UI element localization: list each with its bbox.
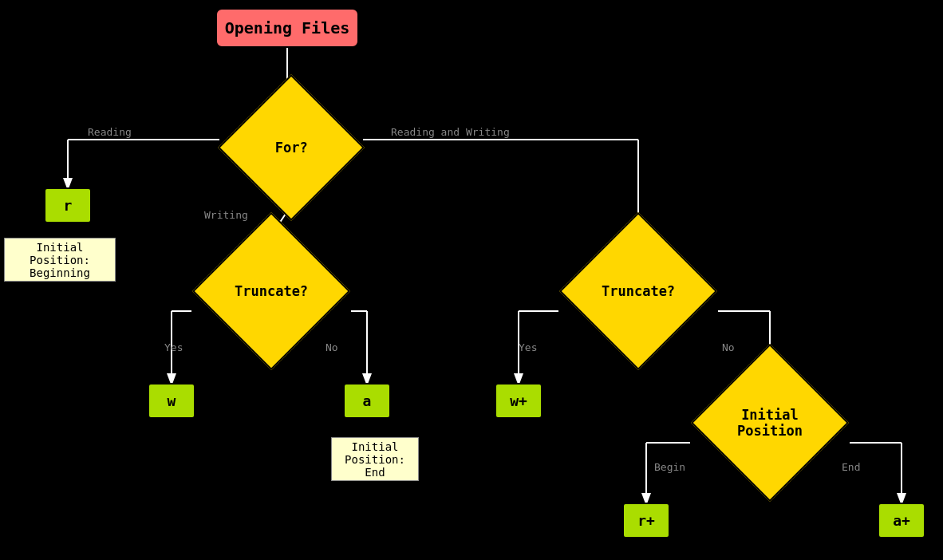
truncate2-label: Truncate? bbox=[602, 283, 675, 299]
writing-label: Writing bbox=[204, 209, 248, 221]
rplus-node: r+ bbox=[622, 503, 670, 538]
for-label: For? bbox=[275, 140, 308, 156]
yes1-label: Yes bbox=[164, 341, 183, 353]
initial-pos-label: Initial Position bbox=[737, 407, 803, 439]
no1-label: No bbox=[326, 341, 338, 353]
end-label: End bbox=[842, 461, 860, 473]
note-beginning: Initial Position: Beginning bbox=[4, 238, 116, 282]
begin-label: Begin bbox=[654, 461, 685, 473]
wplus-node: w+ bbox=[495, 383, 543, 419]
rw-label: Reading and Writing bbox=[391, 126, 510, 138]
a-node: a bbox=[343, 383, 391, 419]
r-node: r bbox=[44, 187, 92, 223]
aplus-node: a+ bbox=[878, 503, 925, 538]
truncate1-label: Truncate? bbox=[235, 283, 308, 299]
opening-files-node: Opening Files bbox=[215, 8, 359, 48]
yes2-label: Yes bbox=[519, 341, 537, 353]
no2-label: No bbox=[722, 341, 735, 353]
reading-label: Reading bbox=[88, 126, 132, 138]
note-end: Initial Position: End bbox=[331, 437, 419, 481]
w-node: w bbox=[148, 383, 195, 419]
initial-pos-diamond: Initial Position bbox=[691, 344, 849, 502]
truncate2-diamond: Truncate? bbox=[559, 212, 717, 370]
for-diamond: For? bbox=[218, 74, 365, 221]
